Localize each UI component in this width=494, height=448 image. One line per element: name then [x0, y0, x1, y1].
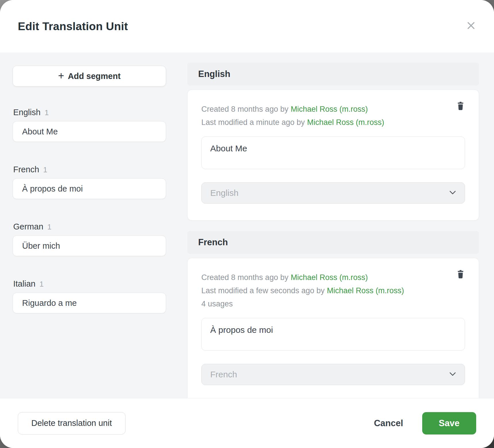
save-button[interactable]: Save: [422, 412, 476, 435]
close-button[interactable]: [463, 18, 479, 34]
created-text: Created 8 months ago by: [201, 105, 288, 113]
chevron-down-icon: [449, 190, 456, 196]
segment-count-badge: 1: [45, 108, 49, 117]
chevron-down-icon: [449, 372, 456, 377]
modified-user-link[interactable]: Michael Ross (m.ross): [307, 118, 384, 127]
sidebar-segment-german: German 1 Über mich: [13, 222, 166, 256]
trash-icon: [457, 101, 464, 111]
modified-meta: Last modified a minute ago byMichael Ros…: [201, 116, 465, 129]
cancel-button[interactable]: Cancel: [374, 418, 403, 428]
segment-header-french: French: [187, 231, 479, 254]
segment-count-badge: 1: [43, 165, 47, 174]
sidebar-segment-english: English 1 About Me: [13, 108, 166, 142]
segment-value-card[interactable]: About Me: [13, 121, 166, 142]
trash-icon: [457, 270, 464, 280]
segment-value-card[interactable]: Riguardo a me: [13, 293, 166, 313]
plus-icon: +: [58, 71, 64, 81]
sidebar-segment-italian: Italian 1 Riguardo a me: [13, 279, 166, 313]
modified-text: Last modified a few seconds ago by: [201, 286, 325, 295]
segment-value-card[interactable]: À propos de moi: [13, 178, 166, 199]
modified-user-link[interactable]: Michael Ross (m.ross): [327, 286, 404, 295]
segment-value-card[interactable]: Über mich: [13, 235, 166, 256]
language-name: English: [13, 108, 40, 117]
delete-segment-button[interactable]: [454, 101, 467, 114]
language-name: Italian: [13, 279, 35, 289]
sidebar-segment-french: French 1 À propos de moi: [13, 165, 166, 199]
segments-sidebar: + Add segment English 1 About Me French …: [13, 53, 166, 398]
modified-text: Last modified a minute ago by: [201, 118, 305, 127]
created-user-link[interactable]: Michael Ross (m.ross): [291, 273, 368, 282]
close-icon: [466, 20, 476, 32]
dialog-footer: Delete translation unit Cancel Save: [0, 398, 494, 448]
language-select[interactable]: French: [201, 364, 465, 385]
dialog-body: + Add segment English 1 About Me French …: [0, 53, 494, 398]
created-text: Created 8 months ago by: [201, 273, 288, 282]
segment-header-title: English: [198, 69, 230, 79]
segment-text-input[interactable]: About Me: [201, 136, 465, 169]
modified-meta: Last modified a few seconds ago byMichae…: [201, 284, 465, 297]
add-segment-label: Add segment: [68, 72, 121, 81]
dialog-title: Edit Translation Unit: [18, 20, 128, 33]
segment-header-english: English: [187, 63, 479, 86]
segment-card-french: Created 8 months ago byMichael Ross (m.r…: [187, 258, 479, 398]
created-meta: Created 8 months ago byMichael Ross (m.r…: [201, 271, 465, 284]
language-select-value: English: [210, 188, 238, 198]
segment-editor-panel: English Created 8 months ago byMichael R…: [187, 53, 479, 398]
language-name: French: [13, 165, 39, 174]
segment-card-english: Created 8 months ago byMichael Ross (m.r…: [187, 90, 479, 221]
created-meta: Created 8 months ago byMichael Ross (m.r…: [201, 103, 465, 116]
language-select-value: French: [210, 370, 237, 379]
add-segment-button[interactable]: + Add segment: [13, 66, 166, 86]
segment-count-badge: 1: [39, 280, 43, 289]
segment-count-badge: 1: [47, 223, 51, 231]
delete-translation-unit-button[interactable]: Delete translation unit: [18, 412, 126, 435]
delete-segment-button[interactable]: [454, 270, 467, 282]
language-name: German: [13, 222, 43, 231]
usages-count: 4 usages: [201, 297, 465, 310]
segment-language-label: English 1: [13, 108, 166, 117]
created-user-link[interactable]: Michael Ross (m.ross): [291, 105, 368, 113]
edit-translation-unit-dialog: Edit Translation Unit + Add segment Engl…: [0, 0, 494, 448]
segment-language-label: German 1: [13, 222, 166, 231]
segment-language-label: Italian 1: [13, 279, 166, 289]
segment-text-input[interactable]: À propos de moi: [201, 318, 465, 351]
dialog-header: Edit Translation Unit: [0, 0, 494, 53]
segment-language-label: French 1: [13, 165, 166, 174]
segment-header-title: French: [198, 237, 228, 248]
language-select[interactable]: English: [201, 182, 465, 204]
